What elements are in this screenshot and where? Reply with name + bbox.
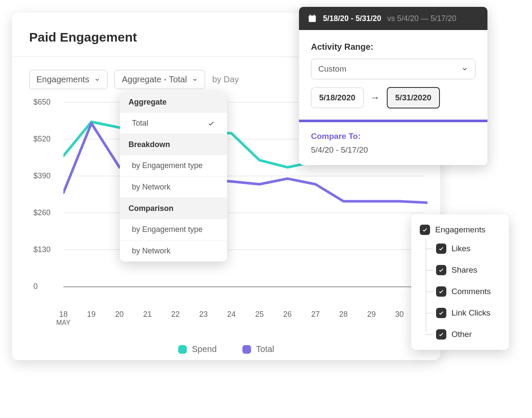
range-type-label: Custom bbox=[318, 64, 346, 74]
checkbox-checked-icon bbox=[436, 308, 446, 318]
metric-select-label: Engagements bbox=[36, 75, 89, 84]
legend-spend: Spend bbox=[178, 344, 217, 354]
metric-label: Other bbox=[451, 330, 472, 339]
y-axis-tick: $130 bbox=[33, 245, 51, 254]
metric-children: LikesSharesCommentsLink ClicksOther bbox=[426, 244, 500, 340]
dropdown-item-comparison-engagement[interactable]: by Engagement type bbox=[120, 219, 227, 241]
legend-spend-label: Spend bbox=[192, 344, 217, 354]
x-axis-tick: 30 bbox=[395, 310, 404, 319]
dropdown-group-breakdown: Breakdown bbox=[120, 134, 227, 155]
aggregate-select-label: Aggregate - Total bbox=[122, 75, 187, 84]
dropdown-item-label: by Engagement type bbox=[132, 161, 203, 170]
metric-label: Shares bbox=[451, 265, 477, 275]
activity-range-label: Activity Range: bbox=[311, 42, 475, 52]
x-axis-tick: 27 bbox=[311, 310, 320, 319]
dropdown-item-label: by Network bbox=[132, 247, 170, 256]
metrics-tree-panel: Engagements LikesSharesCommentsLink Clic… bbox=[411, 214, 509, 350]
metric-checkbox-other[interactable]: Other bbox=[436, 329, 500, 340]
metric-checkbox-comments[interactable]: Comments bbox=[436, 286, 500, 297]
date-range-header[interactable]: 5/18/20 - 5/31/20 vs 5/4/20 — 5/17/20 bbox=[299, 7, 487, 30]
metric-label: Link Clicks bbox=[451, 308, 490, 318]
y-axis-tick: 0 bbox=[33, 282, 38, 291]
chevron-down-icon bbox=[94, 77, 100, 83]
legend-swatch-spend bbox=[178, 345, 187, 354]
accent-divider bbox=[299, 120, 487, 122]
chart-legend: Spend Total bbox=[29, 344, 423, 354]
x-axis-tick: 26 bbox=[283, 310, 292, 319]
compare-range-value: 5/4/20 - 5/17/20 bbox=[311, 145, 475, 155]
calendar-icon bbox=[308, 14, 317, 23]
dropdown-group-aggregate: Aggregate bbox=[120, 92, 227, 113]
tree-line bbox=[426, 239, 426, 332]
x-axis-tick: 24 bbox=[227, 310, 236, 319]
dropdown-item-comparison-network[interactable]: by Network bbox=[120, 241, 227, 262]
chevron-down-icon bbox=[461, 66, 468, 72]
legend-total-label: Total bbox=[256, 344, 274, 354]
x-axis-tick: 25 bbox=[255, 310, 264, 319]
metric-label: Comments bbox=[451, 287, 491, 296]
metric-label: Likes bbox=[451, 244, 470, 253]
primary-range: 5/18/20 - 5/31/20 bbox=[323, 14, 381, 23]
y-axis-tick: $390 bbox=[33, 171, 51, 180]
x-axis: 18MAY19202122232425262728293031 bbox=[63, 310, 423, 336]
x-axis-tick: 20 bbox=[115, 310, 124, 319]
date-range-body: Activity Range: Custom 5/18/2020 → 5/31/… bbox=[299, 30, 487, 165]
checkbox-checked-icon bbox=[436, 244, 446, 254]
metric-checkbox-shares[interactable]: Shares bbox=[436, 265, 500, 275]
checkbox-checked-icon bbox=[436, 265, 446, 275]
dropdown-item-label: Total bbox=[132, 119, 148, 128]
date-range-popup: 5/18/20 - 5/31/20 vs 5/4/20 — 5/17/20 Ac… bbox=[299, 7, 487, 165]
dropdown-group-comparison: Comparison bbox=[120, 198, 227, 219]
svg-rect-1 bbox=[309, 16, 316, 18]
metric-checkbox-engagements[interactable]: Engagements bbox=[420, 225, 500, 235]
metric-select[interactable]: Engagements bbox=[29, 70, 108, 89]
aggregate-dropdown-menu: Aggregate Total Breakdown by Engagement … bbox=[120, 92, 227, 262]
y-axis-tick: $520 bbox=[33, 135, 51, 144]
x-axis-tick: 23 bbox=[199, 310, 208, 319]
check-icon bbox=[207, 120, 215, 127]
legend-swatch-total bbox=[242, 345, 251, 354]
svg-rect-2 bbox=[310, 15, 311, 17]
metric-checkbox-link-clicks[interactable]: Link Clicks bbox=[436, 308, 500, 318]
chevron-down-icon bbox=[192, 77, 198, 83]
metric-label: Engagements bbox=[435, 225, 485, 235]
svg-rect-3 bbox=[314, 15, 315, 17]
checkbox-checked-icon bbox=[420, 225, 430, 235]
legend-total: Total bbox=[242, 344, 274, 354]
arrow-right-icon: → bbox=[371, 92, 380, 103]
x-axis-tick: 28 bbox=[339, 310, 348, 319]
date-inputs: 5/18/2020 → 5/31/2020 bbox=[311, 87, 475, 108]
dropdown-item-total[interactable]: Total bbox=[120, 113, 227, 134]
y-axis-tick: $260 bbox=[33, 208, 51, 217]
y-axis-tick: $650 bbox=[33, 98, 51, 107]
start-date-input[interactable]: 5/18/2020 bbox=[311, 87, 364, 108]
end-date-input[interactable]: 5/31/2020 bbox=[387, 87, 440, 108]
range-type-select[interactable]: Custom bbox=[311, 59, 475, 79]
aggregate-select[interactable]: Aggregate - Total bbox=[114, 70, 205, 89]
dropdown-item-label: by Engagement type bbox=[132, 225, 203, 234]
checkbox-checked-icon bbox=[436, 329, 446, 340]
x-axis-tick: 22 bbox=[171, 310, 180, 319]
compare-to-label: Compare To: bbox=[311, 132, 475, 141]
x-axis-tick: 19 bbox=[87, 310, 96, 319]
dropdown-item-breakdown-engagement[interactable]: by Engagement type bbox=[120, 155, 227, 177]
granularity-label: by Day bbox=[212, 75, 239, 84]
dropdown-item-breakdown-network[interactable]: by Network bbox=[120, 177, 227, 198]
dropdown-item-label: by Network bbox=[132, 183, 170, 192]
checkbox-checked-icon bbox=[436, 286, 446, 297]
vs-label: vs 5/4/20 — 5/17/20 bbox=[387, 14, 456, 23]
x-axis-tick: 18MAY bbox=[56, 310, 70, 327]
x-axis-tick: 21 bbox=[143, 310, 152, 319]
metric-checkbox-likes[interactable]: Likes bbox=[436, 244, 500, 254]
x-axis-tick: 29 bbox=[367, 310, 376, 319]
gridline bbox=[63, 286, 423, 287]
